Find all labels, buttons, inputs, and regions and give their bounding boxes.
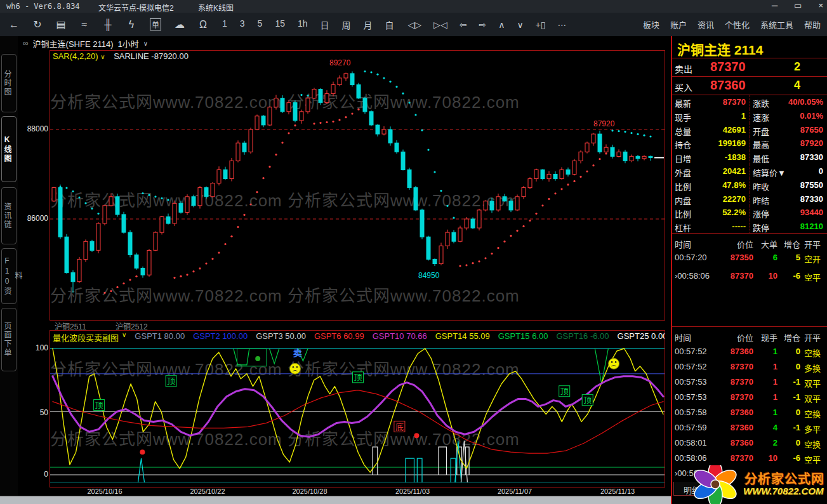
sidebar-item-kline[interactable]: K线图 <box>1 116 17 182</box>
trend-line-icon[interactable]: ≈ <box>79 19 89 30</box>
cell-price: 87360 <box>720 423 753 432</box>
chart-nav-buttons: ◁▷ ▷◁ ⇦ ⇨ ∧ ∨ +▯ ⋯ <box>408 20 567 30</box>
cell-type: 空换 <box>804 438 826 450</box>
lightning-icon[interactable]: ϟ <box>126 19 136 30</box>
menu-personalize[interactable]: 个性化 <box>725 18 750 30</box>
period-1hour[interactable]: 1h <box>298 18 308 31</box>
bid-volume: 4 <box>794 79 800 92</box>
period-week[interactable]: 周 <box>342 18 351 31</box>
connection-tab[interactable]: 文华云节点-模拟电信2 <box>98 2 174 13</box>
period-label[interactable]: 1小时 <box>117 37 138 50</box>
menu-help[interactable]: 帮助 <box>804 18 821 30</box>
zoom-in-icon[interactable]: ▷◁ <box>433 20 447 30</box>
stat-label: 现手 <box>675 111 691 123</box>
stat-value: 20421 <box>723 166 746 176</box>
symbol-name[interactable]: 沪铜主连(SHFE 2114) <box>33 37 114 50</box>
zoom-out-icon[interactable]: ◁▷ <box>408 20 422 30</box>
cell-time: 00:57:58 <box>675 408 715 417</box>
col-openclose: 开平 <box>804 238 826 250</box>
cell-lots: 1 <box>756 362 777 371</box>
main-chart[interactable]: SAR(4,2,20) ∨ SARLINE -87920.00 分析家公式网ww… <box>50 50 665 321</box>
date-axis: 2025/10/16 2025/10/22 2025/10/28 2025/11… <box>18 487 670 496</box>
more-icon[interactable]: ⋯ <box>558 20 567 30</box>
period-5min[interactable]: 5 <box>258 18 263 31</box>
quote-board-icon[interactable]: ▤ <box>56 18 66 30</box>
stat-value: 42691 <box>723 125 746 135</box>
stat-value: 0 <box>819 166 823 176</box>
sub-chart[interactable]: 分析家公式网www.70822.com 分析家公式网www.70822.com … <box>50 330 665 487</box>
candlestick-plot[interactable] <box>50 51 665 321</box>
period-month[interactable]: 月 <box>364 18 373 31</box>
stat-value: 199169 <box>718 138 746 148</box>
price-label-mid-low: 84950 <box>418 271 439 280</box>
expand-down-icon[interactable]: ∨ <box>517 20 523 30</box>
flower-logo-icon <box>690 465 744 504</box>
stat-value: 0.01% <box>800 111 823 121</box>
page-left-icon[interactable]: ⇦ <box>460 20 467 30</box>
param-gspt3: GSPT3 50.00 <box>256 331 306 343</box>
ask-price: 87370 <box>710 60 746 74</box>
close-icon[interactable]: × <box>818 1 823 10</box>
cell-lots: 2 <box>756 438 777 448</box>
sidebar-item-page-order[interactable]: 页面下单 <box>1 308 17 371</box>
refresh-icon[interactable]: ↻ <box>32 18 43 30</box>
page-tab-kline[interactable]: 系统K线图 <box>198 2 234 13</box>
period-custom[interactable]: 自 <box>385 18 394 31</box>
cell-price: 87360 <box>720 408 753 417</box>
add-panel-icon[interactable]: +▯ <box>536 20 546 30</box>
toolbar-icon-group: ← ↻ ▤ ≈ ╫ ϟ 单 ☁ Ω <box>9 18 208 30</box>
menu-news[interactable]: 资讯 <box>698 18 714 30</box>
chevron-down-icon[interactable]: ∨ <box>143 40 148 47</box>
stat-label: 速涨 <box>753 111 769 123</box>
sidebar-item-newslink[interactable]: 资讯链 <box>1 187 17 244</box>
period-1min[interactable]: 1 <box>222 18 227 31</box>
cell-type: 双平 <box>804 392 826 404</box>
kline-icon[interactable]: ╫ <box>103 19 113 30</box>
order-icon[interactable]: 单 <box>150 18 161 30</box>
chevron-down-icon[interactable]: ∨ <box>100 53 105 60</box>
stat-value: 87920 <box>800 138 823 148</box>
cell-lots: 10 <box>756 453 777 463</box>
stat-label: 内盘 <box>675 194 691 206</box>
stat-label: 开盘 <box>753 125 769 137</box>
sidebar-item-timeline[interactable]: 分时图 <box>1 54 17 112</box>
page-right-icon[interactable]: ⇨ <box>479 20 486 30</box>
site-name[interactable]: 分析家公式网 <box>744 469 824 487</box>
cell-type: 多换 <box>804 362 826 374</box>
period-15min[interactable]: 15 <box>275 18 285 31</box>
maximize-icon[interactable]: ▭ <box>794 1 802 10</box>
cell-price: 87370 <box>720 453 753 463</box>
alert-icon[interactable]: Ω <box>198 19 208 30</box>
cloud-icon[interactable]: ☁ <box>175 18 185 30</box>
collapse-up-icon[interactable]: ∧ <box>498 20 505 30</box>
minimize-icon[interactable]: ─ <box>772 1 777 10</box>
sidebar-item-f10[interactable]: F10资料 <box>1 248 17 304</box>
cell-time: 00:57:20 <box>675 253 715 262</box>
quote-stat-row: 杠杆-----跌停81210 <box>672 220 827 234</box>
oscillator-plot[interactable]: 顶顶顶顶顶底卖 <box>50 331 665 487</box>
cell-price: 87370 <box>720 271 753 281</box>
period-day[interactable]: 日 <box>321 18 329 31</box>
indicator-name[interactable]: SAR(4,2,20) <box>53 51 98 61</box>
stat-label: 涨停 <box>753 208 769 220</box>
contract-strip: 沪铜2511 沪铜2512 <box>50 320 665 330</box>
menu-account[interactable]: 账户 <box>670 18 687 30</box>
sub-indicator-name[interactable]: 量化波段买卖副图 <box>53 331 119 343</box>
site-url[interactable]: WWW.70822.COM <box>743 486 823 496</box>
period-3min[interactable]: 3 <box>240 18 245 31</box>
chevron-down-icon[interactable]: ∨ <box>122 331 126 343</box>
cell-price: 87370 <box>720 377 753 387</box>
menu-sectors[interactable]: 板块 <box>643 18 659 30</box>
quote-stat-row: 比例52.2%涨停93440 <box>672 206 827 220</box>
stat-label: 日增 <box>675 152 691 164</box>
param-gspt15: GSPT15 6.00 <box>498 331 548 343</box>
stat-value: 93440 <box>800 208 823 217</box>
cell-type: 空平 <box>804 271 826 283</box>
horizontal-scrollbar[interactable] <box>0 496 671 504</box>
menu-system-tools[interactable]: 系统工具 <box>760 18 793 30</box>
indicator-row: SAR(4,2,20) ∨ SARLINE -87920.00 <box>53 51 189 61</box>
cell-type: 多平 <box>804 423 826 435</box>
quote-stat-row: 最新87370涨跌40/0.05% <box>672 95 827 109</box>
cell-lots: 6 <box>756 253 777 262</box>
back-icon[interactable]: ← <box>9 19 19 30</box>
